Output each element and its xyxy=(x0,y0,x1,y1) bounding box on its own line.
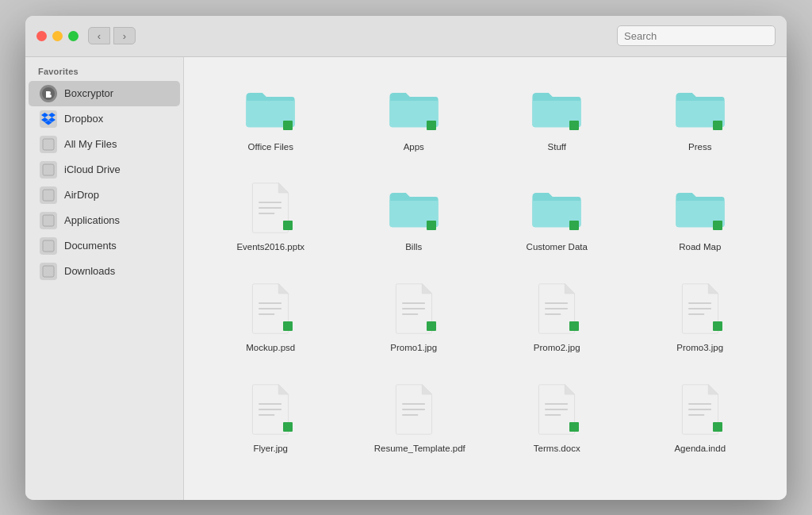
maximize-button[interactable] xyxy=(68,31,79,41)
sidebar-item-icloud-drive[interactable]: iCloud Drive xyxy=(29,157,180,183)
file-item-customer-data[interactable]: Customer Data xyxy=(489,173,625,259)
boxcryptor-icon xyxy=(40,85,57,102)
file-label-customer-data: Customer Data xyxy=(527,241,588,253)
sidebar-item-boxcryptor[interactable]: Boxcryptor xyxy=(29,81,180,106)
file-icon-flyer xyxy=(242,381,299,438)
downloads-icon xyxy=(40,263,57,280)
file-label-stuff: Stuff xyxy=(548,141,566,153)
svg-rect-8 xyxy=(43,190,54,201)
encrypted-dot xyxy=(427,321,436,331)
encrypted-dot xyxy=(569,121,579,130)
all-my-files-icon xyxy=(40,136,57,153)
file-icon-promo2 xyxy=(528,280,585,337)
file-label-resume: Resume_Template.pdf xyxy=(374,443,454,455)
file-icon-office-files xyxy=(242,79,299,136)
file-icon-mockup xyxy=(242,280,299,337)
main-area: Office Files Apps Stuff Press Events2016… xyxy=(184,57,787,500)
file-icon-promo3 xyxy=(672,280,729,337)
file-label-press: Press xyxy=(688,141,711,153)
file-label-bills: Bills xyxy=(405,241,422,253)
sidebar-item-dropbox[interactable]: Dropbox xyxy=(29,106,180,132)
forward-button[interactable]: › xyxy=(113,27,136,44)
file-icon-press xyxy=(672,79,729,136)
svg-rect-6 xyxy=(43,139,54,150)
encrypted-dot xyxy=(569,221,579,230)
sidebar-item-label-documents: Documents xyxy=(64,240,117,252)
sidebar-item-label-downloads: Downloads xyxy=(64,265,115,277)
svg-rect-11 xyxy=(43,266,54,277)
encrypted-dot xyxy=(427,221,436,230)
encrypted-dot xyxy=(569,321,579,331)
file-item-promo1[interactable]: Promo1.jpg xyxy=(347,274,482,360)
file-item-flyer[interactable]: Flyer.jpg xyxy=(203,375,339,461)
encrypted-dot xyxy=(283,321,293,331)
dropbox-icon xyxy=(40,110,57,128)
sidebar: Favorites Boxcryptor Dropbox All My File… xyxy=(25,57,184,500)
file-item-office-files[interactable]: Office Files xyxy=(203,73,339,159)
applications-icon xyxy=(40,212,57,229)
encrypted-dot xyxy=(713,422,722,432)
close-button[interactable] xyxy=(36,31,47,41)
search-input[interactable] xyxy=(617,25,776,46)
sidebar-item-label-boxcryptor: Boxcryptor xyxy=(64,87,113,99)
encrypted-dot xyxy=(713,221,722,230)
file-item-stuff[interactable]: Stuff xyxy=(489,73,625,159)
file-icon-stuff xyxy=(528,79,585,136)
file-icon-agenda xyxy=(672,381,729,438)
file-icon-customer-data xyxy=(528,179,585,236)
finder-window: ‹ › Favorites Boxcryptor Dropbox xyxy=(25,16,787,500)
file-label-apps: Apps xyxy=(404,141,424,153)
file-item-promo2[interactable]: Promo2.jpg xyxy=(489,274,625,360)
sidebar-item-applications[interactable]: Applications xyxy=(29,208,180,233)
svg-rect-7 xyxy=(43,164,54,175)
file-icon-events2016 xyxy=(242,179,299,236)
sidebar-item-documents[interactable]: Documents xyxy=(29,233,180,259)
sidebar-item-airdrop[interactable]: AirDrop xyxy=(29,183,180,208)
sidebar-item-label-all-my-files: All My Files xyxy=(64,138,117,150)
svg-rect-9 xyxy=(43,215,54,226)
file-icon-apps xyxy=(385,79,442,136)
nav-buttons: ‹ › xyxy=(88,27,136,44)
svg-marker-2 xyxy=(48,113,56,117)
file-icon-road-map xyxy=(672,179,729,236)
file-label-office-files: Office Files xyxy=(248,141,293,153)
back-button[interactable]: ‹ xyxy=(88,27,110,44)
sidebar-item-downloads[interactable]: Downloads xyxy=(29,259,180,284)
file-label-terms: Terms.docx xyxy=(534,443,580,455)
svg-marker-1 xyxy=(41,113,48,117)
file-label-promo1: Promo1.jpg xyxy=(390,342,437,354)
file-label-road-map: Road Map xyxy=(679,241,721,253)
file-label-agenda: Agenda.indd xyxy=(674,443,726,455)
encrypted-dot xyxy=(427,121,436,130)
icloud-drive-icon xyxy=(40,161,57,179)
file-item-agenda[interactable]: Agenda.indd xyxy=(633,375,768,461)
file-item-road-map[interactable]: Road Map xyxy=(633,173,768,259)
file-item-terms[interactable]: Terms.docx xyxy=(489,375,625,461)
minimize-button[interactable] xyxy=(52,31,63,41)
sidebar-item-all-my-files[interactable]: All My Files xyxy=(29,132,180,157)
file-item-resume[interactable]: Resume_Template.pdf xyxy=(347,375,482,461)
titlebar: ‹ › xyxy=(25,16,787,57)
file-icon-resume xyxy=(385,381,442,438)
file-label-promo2: Promo2.jpg xyxy=(534,342,580,354)
sidebar-section-label: Favorites xyxy=(25,67,183,81)
file-item-mockup[interactable]: Mockup.psd xyxy=(203,274,339,360)
file-item-events2016[interactable]: Events2016.pptx xyxy=(203,173,339,259)
file-item-press[interactable]: Press xyxy=(633,73,768,159)
encrypted-dot xyxy=(283,221,293,230)
file-icon-terms xyxy=(528,381,585,438)
file-item-apps[interactable]: Apps xyxy=(347,73,482,159)
encrypted-dot xyxy=(713,321,722,331)
airdrop-icon xyxy=(40,186,57,204)
encrypted-dot xyxy=(713,121,722,130)
sidebar-item-label-icloud-drive: iCloud Drive xyxy=(64,163,121,175)
sidebar-item-label-airdrop: AirDrop xyxy=(64,189,99,201)
sidebar-item-label-dropbox: Dropbox xyxy=(64,113,103,125)
file-item-promo3[interactable]: Promo3.jpg xyxy=(633,274,768,360)
file-label-mockup: Mockup.psd xyxy=(246,342,295,354)
file-item-bills[interactable]: Bills xyxy=(347,173,482,259)
encrypted-dot xyxy=(283,422,293,432)
file-grid: Office Files Apps Stuff Press Events2016… xyxy=(203,73,768,462)
encrypted-dot xyxy=(283,121,293,130)
sidebar-item-label-applications: Applications xyxy=(64,214,120,226)
